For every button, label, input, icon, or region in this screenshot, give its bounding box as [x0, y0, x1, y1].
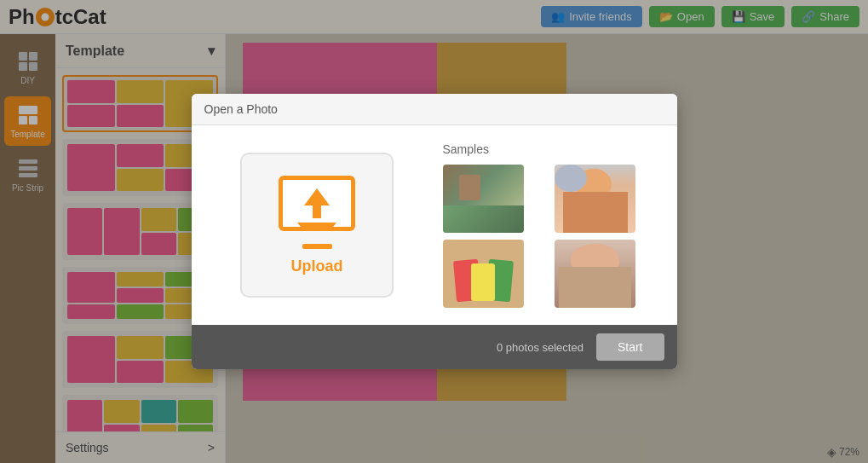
modal-overlay: Open a Photo Upload: [0, 0, 868, 463]
photos-selected-count: 0 photos selected: [497, 341, 583, 354]
upload-section: Upload: [209, 142, 426, 308]
upload-icon: [279, 176, 355, 249]
upload-label: Upload: [291, 258, 343, 275]
samples-title: Samples: [443, 142, 660, 156]
sample-image-2[interactable]: [555, 165, 635, 233]
sample-image-3[interactable]: [443, 240, 524, 308]
upload-arrow-shape: [304, 188, 330, 205]
modal-header: Open a Photo: [192, 94, 677, 125]
monitor-stand: [302, 244, 332, 249]
sample-image-1[interactable]: [443, 165, 524, 233]
sample-image-4[interactable]: [555, 240, 635, 308]
samples-grid: [443, 165, 660, 308]
modal-body: Upload Samples: [192, 125, 677, 325]
modal-footer: 0 photos selected Start: [192, 325, 677, 369]
samples-section: Samples: [443, 142, 660, 308]
open-photo-modal: Open a Photo Upload: [192, 94, 677, 369]
modal-title: Open a Photo: [204, 102, 278, 116]
start-button[interactable]: Start: [596, 333, 664, 361]
upload-arrow-stem: [313, 205, 321, 218]
monitor-shape: [279, 176, 355, 231]
upload-button[interactable]: Upload: [240, 153, 394, 298]
